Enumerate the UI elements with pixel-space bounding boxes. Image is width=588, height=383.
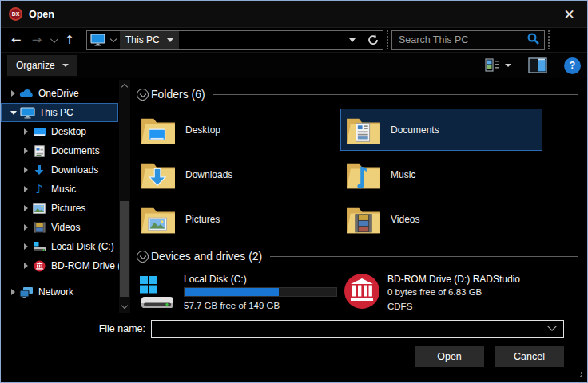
- this-pc-icon: [19, 107, 35, 119]
- sidebar-item-videos[interactable]: Videos: [1, 218, 119, 237]
- sidebar-item-network[interactable]: Network: [1, 282, 119, 302]
- navigation-bar: ← → ↑ This PC: [1, 27, 587, 52]
- file-name-label: File name:: [1, 323, 151, 334]
- folder-tile-desktop[interactable]: Desktop: [135, 109, 337, 151]
- group-header-folders[interactable]: Folders (6): [137, 86, 578, 102]
- cancel-button[interactable]: Cancel: [495, 346, 564, 367]
- sidebar-item-bdrom-drive-d[interactable]: BD-ROM Drive (D: [1, 256, 119, 275]
- expand-icon[interactable]: [24, 167, 28, 173]
- scrollbar[interactable]: [119, 80, 130, 313]
- expand-icon[interactable]: [11, 289, 15, 295]
- views-icon: [485, 57, 499, 73]
- search-icon[interactable]: [526, 32, 540, 49]
- address-bar[interactable]: This PC: [86, 30, 383, 50]
- expand-icon[interactable]: [11, 90, 15, 97]
- folder-tile-music[interactable]: Music: [340, 153, 542, 195]
- file-name-input[interactable]: [152, 323, 549, 334]
- expand-icon[interactable]: [24, 243, 28, 250]
- preview-pane-button[interactable]: [522, 54, 553, 77]
- up-button[interactable]: ↑: [59, 33, 80, 47]
- file-name-combobox[interactable]: [151, 320, 564, 338]
- expand-icon[interactable]: [24, 224, 28, 231]
- organize-dropdown-icon: [62, 64, 69, 67]
- command-bar: Organize ?: [1, 52, 587, 78]
- pictures-icon: [31, 203, 47, 214]
- scroll-down-icon[interactable]: [121, 302, 128, 309]
- search-box[interactable]: [391, 30, 545, 50]
- this-pc-icon: [90, 34, 105, 46]
- sidebar-item-this-pc[interactable]: This PC: [1, 103, 118, 122]
- sidebar-item-local-disk-c[interactable]: Local Disk (C:): [1, 237, 119, 256]
- window-title: Open: [29, 9, 54, 20]
- items-view: Folders (6) Desktop: [119, 78, 587, 314]
- local-disk-icon: [138, 273, 177, 313]
- videos-icon: [31, 222, 47, 233]
- sidebar-item-music[interactable]: ♪ Music: [1, 180, 119, 199]
- forward-button[interactable]: →: [26, 33, 47, 47]
- collapse-group-icon[interactable]: [137, 251, 149, 263]
- folders-grid: Desktop Documents: [135, 109, 587, 240]
- documents-folder-icon: [345, 114, 382, 146]
- scrollbar-thumb[interactable]: [120, 201, 129, 297]
- sidebar-item-onedrive[interactable]: OneDrive: [1, 84, 119, 103]
- videos-folder-icon: [345, 203, 382, 235]
- recent-locations-chevron-icon[interactable]: [50, 35, 58, 43]
- music-icon: ♪: [31, 182, 47, 196]
- collapse-group-icon[interactable]: [137, 89, 149, 101]
- organize-button[interactable]: Organize: [7, 55, 77, 76]
- expand-icon[interactable]: [24, 263, 28, 269]
- expand-icon[interactable]: [24, 205, 28, 211]
- pictures-folder-icon: [140, 203, 177, 235]
- collapse-icon[interactable]: [10, 111, 17, 115]
- navigation-pane: OneDrive This PC Desktop: [1, 78, 119, 314]
- open-dialog-window: DX Open ✕ ← → ↑ This PC: [0, 0, 588, 383]
- folder-tile-videos[interactable]: Videos: [340, 198, 542, 240]
- dialog-body: OneDrive This PC Desktop: [1, 78, 587, 314]
- sidebar-item-downloads[interactable]: Downloads: [1, 160, 119, 180]
- address-history-dropdown-icon[interactable]: [349, 38, 356, 42]
- open-button[interactable]: Open: [415, 346, 484, 367]
- folder-tile-downloads[interactable]: Downloads: [135, 153, 337, 195]
- desktop-folder-icon: [140, 114, 177, 146]
- expand-icon[interactable]: [24, 128, 28, 135]
- disk-usage-bar: [184, 287, 337, 297]
- bdrom-drive-icon: [31, 260, 47, 272]
- combo-dropdown-icon[interactable]: [547, 322, 556, 331]
- folder-tile-documents[interactable]: Documents: [340, 109, 542, 151]
- bdrom-radstudio-icon: [344, 273, 380, 310]
- address-segment-this-pc[interactable]: This PC: [120, 31, 179, 49]
- app-dx-icon: DX: [9, 7, 22, 21]
- views-dropdown-icon[interactable]: [505, 64, 511, 67]
- documents-icon: [31, 145, 47, 157]
- downloads-icon: [31, 164, 47, 176]
- address-chevron-icon[interactable]: [110, 36, 117, 42]
- help-button[interactable]: ?: [564, 57, 581, 74]
- disk-usage-fill: [185, 288, 279, 296]
- music-folder-icon: [345, 159, 382, 191]
- desktop-icon: [31, 127, 47, 137]
- toolbar-separator: [548, 30, 550, 49]
- network-icon: [18, 286, 34, 298]
- resize-grip[interactable]: [577, 372, 583, 378]
- downloads-folder-icon: [140, 159, 177, 191]
- group-header-devices[interactable]: Devices and drives (2): [137, 248, 578, 264]
- back-button[interactable]: ←: [6, 33, 26, 47]
- sidebar-item-pictures[interactable]: Pictures: [1, 199, 119, 218]
- onedrive-cloud-icon: [18, 89, 34, 98]
- refresh-icon[interactable]: [364, 34, 383, 45]
- expand-icon[interactable]: [24, 148, 28, 154]
- local-disk-icon: [31, 242, 47, 252]
- close-icon[interactable]: ✕: [551, 1, 587, 27]
- change-view-button[interactable]: [479, 54, 518, 77]
- expand-icon[interactable]: [24, 186, 28, 192]
- sidebar-item-desktop[interactable]: Desktop: [1, 122, 119, 141]
- scroll-up-icon[interactable]: [121, 84, 128, 90]
- preview-pane-icon: [528, 57, 547, 73]
- folder-tile-pictures[interactable]: Pictures: [135, 198, 337, 240]
- sidebar-item-documents[interactable]: Documents: [1, 141, 119, 160]
- address-segment-dropdown-icon[interactable]: [167, 38, 173, 42]
- toolbar-separator: [387, 30, 388, 49]
- dialog-footer: File name: Open Cancel: [1, 314, 587, 382]
- title-bar: DX Open ✕: [1, 1, 587, 27]
- search-input[interactable]: [399, 34, 526, 45]
